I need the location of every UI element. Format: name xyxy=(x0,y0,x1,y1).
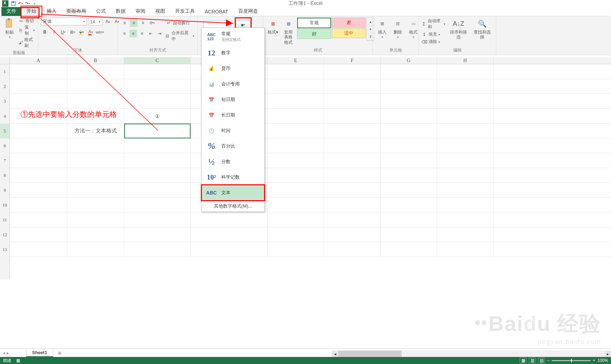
align-center-button[interactable]: ≡ xyxy=(130,30,137,37)
nf-item-time[interactable]: 🕐时间 xyxy=(202,123,264,138)
scroll-left-icon[interactable]: ◂ xyxy=(332,351,338,357)
save-button[interactable] xyxy=(10,0,17,7)
undo-button[interactable]: ↶▾ xyxy=(17,0,24,7)
col-head-C[interactable]: C xyxy=(124,57,191,64)
underline-button[interactable]: U▾ xyxy=(59,28,67,36)
row-head-10[interactable]: 10 xyxy=(0,198,10,213)
cell-style-good[interactable]: 好 xyxy=(297,29,331,39)
find-select-button[interactable]: 🔍查找和选择 xyxy=(472,18,493,41)
tab-baidu[interactable]: 百度网盘 xyxy=(233,7,263,16)
paste-dropdown-icon[interactable]: ▾ xyxy=(9,35,11,39)
cell-style-bad[interactable]: 差 xyxy=(332,18,366,28)
nf-item-long-date[interactable]: 📅长日期 xyxy=(202,107,264,123)
font-name-select[interactable]: 宋体▾ xyxy=(41,18,87,25)
tab-view[interactable]: 视图 xyxy=(150,7,170,16)
horizontal-scrollbar[interactable]: ◂ ▸ xyxy=(332,351,611,357)
font-size-select[interactable]: 14▾ xyxy=(88,18,102,25)
border-button[interactable]: ⊞▾ xyxy=(68,28,76,36)
phonetic-button[interactable]: wén▾ xyxy=(96,28,104,36)
insert-cells-button[interactable]: ⊞插入▾ xyxy=(376,18,389,40)
row-head-6[interactable]: 6 xyxy=(0,138,10,153)
font-color-button[interactable]: A▾ xyxy=(87,28,95,36)
col-head-F[interactable]: F xyxy=(324,57,381,64)
nf-item-scientific[interactable]: 10²科学记数 xyxy=(202,169,264,185)
macro-record-icon[interactable]: ▦ xyxy=(16,358,20,363)
bold-button[interactable]: B xyxy=(41,28,49,36)
nf-more-formats[interactable]: 其他数字格式(M)... xyxy=(202,201,264,211)
orientation-button[interactable]: ⟳▾ xyxy=(148,19,156,27)
nf-item-number[interactable]: 12数字 xyxy=(202,45,264,61)
new-sheet-button[interactable]: ⊕ xyxy=(56,350,63,356)
clear-button[interactable]: ⌫清除▾ xyxy=(421,39,445,45)
nf-item-general[interactable]: ABC123常规无特定格式 xyxy=(202,28,264,45)
nf-item-percent[interactable]: %百分比 xyxy=(202,138,264,154)
grow-font-button[interactable]: A▴ xyxy=(104,18,112,25)
fill-color-button[interactable]: ⬙▾ xyxy=(78,28,85,36)
wrap-text-button[interactable]: ↵自动换行 xyxy=(166,19,190,26)
col-head-G[interactable]: G xyxy=(381,57,437,64)
row-head-12[interactable]: 12 xyxy=(0,227,10,242)
sort-filter-button[interactable]: A↓Z排序和筛选 xyxy=(448,18,469,41)
row-head-2[interactable]: 2 xyxy=(0,79,10,94)
conditional-format-button[interactable]: ▦ 格式▾ xyxy=(266,18,280,35)
row-head-1[interactable]: 1 xyxy=(0,64,10,79)
tab-file[interactable]: 文件 xyxy=(1,7,21,16)
col-head-B[interactable]: B xyxy=(67,57,124,64)
spreadsheet-grid[interactable]: 1 2 3 4 5 6 7 8 9 10 11 12 13 ① 方法一：文本格式 xyxy=(0,64,611,280)
row-head-4[interactable]: 4 xyxy=(0,109,10,124)
col-head-H[interactable]: H xyxy=(437,57,493,64)
format-cells-button[interactable]: ▭格式▾ xyxy=(407,18,420,40)
view-page-break-button[interactable]: ▤ xyxy=(538,358,545,363)
qat-more-button[interactable]: ▾ xyxy=(31,0,38,7)
nf-item-currency[interactable]: 💰货币 xyxy=(202,61,264,76)
tab-developer[interactable]: 开发工具 xyxy=(170,7,200,16)
zoom-slider[interactable] xyxy=(552,360,591,361)
indent-left-button[interactable]: ⇤ xyxy=(147,30,155,37)
align-top-button[interactable]: ≡ xyxy=(121,19,128,27)
sheet-nav[interactable]: ◂ ▸ xyxy=(0,350,25,356)
align-left-button[interactable]: ≡ xyxy=(121,30,128,37)
align-right-button[interactable]: ≡ xyxy=(138,30,146,37)
align-bottom-button[interactable]: ≡ xyxy=(139,19,147,27)
tab-insert[interactable]: 插入 xyxy=(42,7,61,16)
tab-page-layout[interactable]: 页面布局 xyxy=(61,7,91,16)
tab-formulas[interactable]: 公式 xyxy=(91,7,111,16)
tab-data[interactable]: 数据 xyxy=(111,7,131,16)
tab-acrobat[interactable]: ACROBAT xyxy=(200,7,233,16)
indent-right-button[interactable]: ⇥ xyxy=(156,30,163,37)
format-painter-button[interactable]: 🖌格式刷 xyxy=(18,37,35,49)
sheet-tab-1[interactable]: Sheet1 xyxy=(26,349,53,357)
nf-item-text[interactable]: ABC文本 xyxy=(202,185,264,201)
redo-button[interactable]: ↷▾ xyxy=(24,0,31,7)
autosum-button[interactable]: Σ自动求和▾ xyxy=(421,18,445,30)
delete-cells-button[interactable]: ⊟删除▾ xyxy=(391,18,405,40)
row-head-13[interactable]: 13 xyxy=(0,242,10,257)
nf-item-accounting[interactable]: 📊会计专用 xyxy=(202,76,264,92)
paste-button[interactable]: 粘贴 ▾ xyxy=(3,18,16,40)
selected-cell[interactable] xyxy=(124,124,191,138)
cut-button[interactable]: ✂剪切 xyxy=(18,18,35,24)
row-head-5[interactable]: 5 xyxy=(0,124,10,138)
tab-review[interactable]: 审阅 xyxy=(131,7,150,16)
cell-style-neutral[interactable]: 适中 xyxy=(332,28,366,38)
row-head-3[interactable]: 3 xyxy=(0,94,10,109)
col-head-A[interactable]: A xyxy=(10,57,67,64)
cell-B5[interactable]: 方法一：文本格式 xyxy=(67,124,124,138)
zoom-level[interactable]: 100% xyxy=(597,358,608,363)
view-page-layout-button[interactable]: ▥ xyxy=(529,358,536,363)
scroll-right-icon[interactable]: ▸ xyxy=(605,351,611,357)
tab-home[interactable]: 开始 xyxy=(21,6,42,16)
select-all-cell[interactable] xyxy=(0,57,10,64)
row-head-8[interactable]: 8 xyxy=(0,168,10,183)
view-normal-button[interactable]: ▦ xyxy=(520,358,527,363)
row-head-9[interactable]: 9 xyxy=(0,183,10,198)
copy-button[interactable]: ⎘复制▾ xyxy=(18,24,35,36)
format-as-table-button[interactable]: ▦ 套用 表格格式 xyxy=(282,18,295,46)
row-head-7[interactable]: 7 xyxy=(0,153,10,168)
zoom-out-button[interactable]: − xyxy=(547,358,550,363)
italic-button[interactable]: I xyxy=(50,28,58,36)
merge-center-button[interactable]: ⊟合并后居中▾ xyxy=(165,30,194,42)
col-head-E[interactable]: E xyxy=(268,57,324,64)
align-middle-button[interactable]: ≡ xyxy=(130,19,138,27)
nf-item-fraction[interactable]: ½分数 xyxy=(202,154,264,169)
